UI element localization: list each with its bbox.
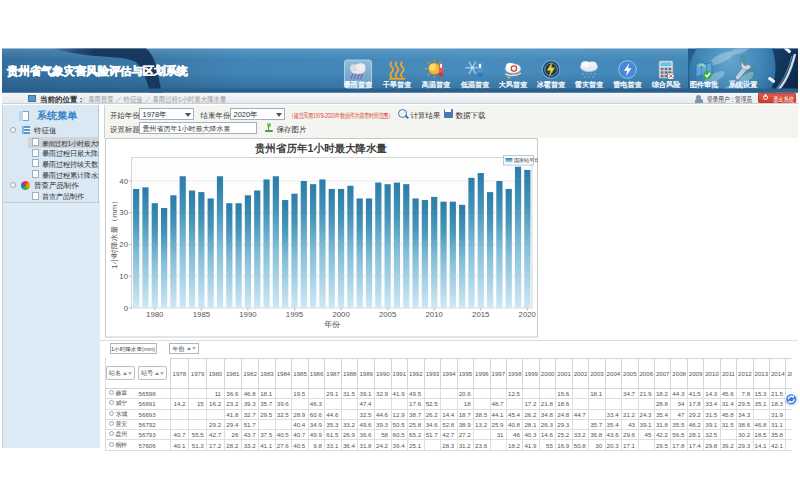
- svg-text:雷电普查: 雷电普查: [613, 80, 642, 89]
- svg-text:10: 10: [119, 272, 128, 281]
- svg-text:40: 40: [119, 177, 128, 186]
- svg-text:1小时降水量（mm）: 1小时降水量（mm）: [110, 197, 119, 269]
- svg-text:1980: 1980: [146, 310, 164, 319]
- svg-text:2010: 2010: [425, 310, 443, 319]
- svg-text:贵州省历年1小时最大降水量: 贵州省历年1小时最大降水量: [254, 142, 387, 155]
- svg-text:2005: 2005: [378, 310, 396, 319]
- svg-text:1990: 1990: [239, 310, 257, 319]
- svg-text:2015: 2015: [472, 310, 490, 319]
- svg-text:*: *: [594, 72, 596, 78]
- svg-text:1995: 1995: [285, 310, 303, 319]
- svg-text:1985: 1985: [192, 310, 210, 319]
- svg-text:高温普查: 高温普查: [422, 80, 451, 89]
- svg-text:冰雹普查: 冰雹普查: [537, 80, 566, 89]
- svg-text:暴雨普查: 暴雨普查: [344, 80, 373, 89]
- svg-text:图件审批: 图件审批: [690, 80, 719, 89]
- svg-text:大风普查: 大风普查: [499, 80, 528, 89]
- svg-text:国家站平均: 国家站平均: [514, 157, 538, 164]
- svg-text:干旱普查: 干旱普查: [383, 80, 412, 89]
- svg-text:年份: 年份: [324, 320, 340, 329]
- svg-text:30: 30: [119, 208, 128, 217]
- svg-text:20: 20: [119, 240, 128, 249]
- svg-text:系统设置: 系统设置: [729, 80, 758, 89]
- svg-text:2000: 2000: [332, 310, 350, 319]
- svg-text:2020: 2020: [518, 310, 536, 319]
- svg-text:雪灾普查: 雪灾普查: [575, 80, 604, 89]
- svg-text:0: 0: [123, 304, 128, 313]
- svg-text:综合风险: 综合风险: [652, 80, 681, 89]
- svg-text:低温普查: 低温普查: [461, 80, 490, 89]
